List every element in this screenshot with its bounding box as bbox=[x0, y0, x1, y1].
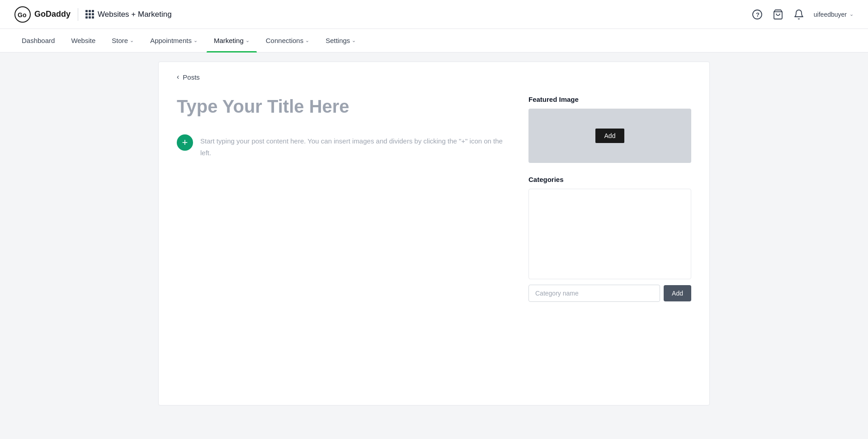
breadcrumb-label: Posts bbox=[183, 73, 200, 81]
connections-chevron-icon: ⌄ bbox=[305, 38, 309, 43]
logo-text: GoDaddy bbox=[34, 10, 71, 19]
editor-sidebar: Featured Image Add Categories Add bbox=[528, 95, 691, 315]
nav-item-connections[interactable]: Connections ⌄ bbox=[259, 29, 316, 52]
user-name: uifeedbuyer bbox=[814, 11, 847, 18]
brand-name: Websites + Marketing bbox=[98, 10, 172, 19]
nav-label-dashboard: Dashboard bbox=[22, 37, 55, 44]
editor-layout: Type Your Title Here + Start typing your… bbox=[177, 95, 691, 367]
store-chevron-icon: ⌄ bbox=[130, 38, 134, 43]
content-wrapper: ‹ Posts Type Your Title Here + Start typ… bbox=[158, 62, 710, 406]
settings-chevron-icon: ⌄ bbox=[352, 38, 356, 43]
nav-label-store: Store bbox=[112, 37, 128, 44]
featured-image-add-button[interactable]: Add bbox=[595, 129, 625, 143]
marketing-chevron-icon: ⌄ bbox=[245, 38, 250, 43]
help-icon[interactable]: ? bbox=[751, 9, 763, 20]
nav-item-appointments[interactable]: Appointments ⌄ bbox=[143, 29, 205, 52]
featured-image-label: Featured Image bbox=[528, 95, 691, 103]
add-content-button[interactable]: + bbox=[177, 134, 193, 151]
post-title-placeholder[interactable]: Type Your Title Here bbox=[177, 95, 510, 117]
cart-icon[interactable] bbox=[772, 9, 784, 20]
categories-list bbox=[528, 189, 691, 279]
featured-image-area: Add bbox=[528, 109, 691, 163]
nav-label-website: Website bbox=[71, 37, 95, 44]
user-chevron-icon: ⌄ bbox=[849, 11, 854, 17]
back-arrow-icon: ‹ bbox=[177, 73, 179, 81]
svg-text:Go: Go bbox=[18, 11, 26, 19]
nav-item-marketing[interactable]: Marketing ⌄ bbox=[207, 29, 257, 52]
nav-item-store[interactable]: Store ⌄ bbox=[104, 29, 141, 52]
grid-icon bbox=[85, 10, 94, 19]
notification-icon[interactable] bbox=[793, 9, 805, 20]
header-divider bbox=[78, 8, 78, 21]
nav-label-marketing: Marketing bbox=[214, 37, 244, 44]
category-name-input[interactable] bbox=[528, 285, 660, 302]
nav-label-settings: Settings bbox=[326, 37, 350, 44]
godaddy-logo-icon: Go bbox=[14, 6, 31, 23]
page-container: ‹ Posts Type Your Title Here + Start typ… bbox=[0, 62, 868, 406]
nav-item-website[interactable]: Website bbox=[64, 29, 103, 52]
user-menu[interactable]: uifeedbuyer ⌄ bbox=[814, 11, 854, 18]
content-area: + Start typing your post content here. Y… bbox=[177, 135, 510, 158]
category-add-button[interactable]: Add bbox=[664, 285, 691, 301]
svg-text:?: ? bbox=[756, 11, 760, 18]
categories-label: Categories bbox=[528, 176, 691, 183]
content-placeholder[interactable]: Start typing your post content here. You… bbox=[200, 135, 510, 158]
category-input-row: Add bbox=[528, 285, 691, 302]
nav-label-appointments: Appointments bbox=[150, 37, 192, 44]
nav-label-connections: Connections bbox=[266, 37, 303, 44]
header-right: ? uifeedbuyer ⌄ bbox=[751, 9, 854, 20]
header-left: Go GoDaddy Websites + Marketing bbox=[14, 6, 172, 23]
editor-main: Type Your Title Here + Start typing your… bbox=[177, 95, 510, 367]
categories-section: Categories Add bbox=[528, 176, 691, 302]
logo[interactable]: Go GoDaddy bbox=[14, 6, 71, 23]
breadcrumb[interactable]: ‹ Posts bbox=[177, 73, 691, 81]
nav-item-settings[interactable]: Settings ⌄ bbox=[318, 29, 363, 52]
nav-item-dashboard[interactable]: Dashboard bbox=[14, 29, 62, 52]
plus-icon: + bbox=[182, 138, 188, 148]
featured-image-section: Featured Image Add bbox=[528, 95, 691, 163]
header-brand: Websites + Marketing bbox=[85, 10, 172, 19]
header: Go GoDaddy Websites + Marketing ? bbox=[0, 0, 868, 29]
main-nav: Dashboard Website Store ⌄ Appointments ⌄… bbox=[0, 29, 868, 52]
appointments-chevron-icon: ⌄ bbox=[193, 38, 198, 43]
